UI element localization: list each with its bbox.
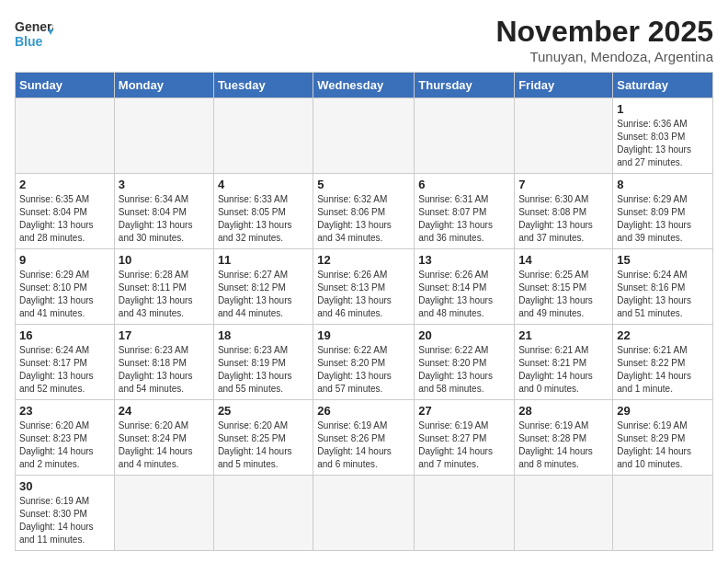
day-info: Sunrise: 6:19 AM Sunset: 8:29 PM Dayligh… (617, 419, 709, 471)
day-info: Sunrise: 6:32 AM Sunset: 8:06 PM Dayligh… (317, 193, 410, 245)
day-number: 5 (317, 178, 410, 191)
calendar-cell: 14Sunrise: 6:25 AM Sunset: 8:15 PM Dayli… (515, 249, 613, 325)
day-info: Sunrise: 6:33 AM Sunset: 8:05 PM Dayligh… (218, 193, 309, 245)
day-info: Sunrise: 6:23 AM Sunset: 8:19 PM Dayligh… (218, 344, 309, 396)
day-info: Sunrise: 6:20 AM Sunset: 8:24 PM Dayligh… (119, 419, 210, 471)
calendar-week-row: 23Sunrise: 6:20 AM Sunset: 8:23 PM Dayli… (16, 400, 713, 476)
calendar-cell: 5Sunrise: 6:32 AM Sunset: 8:06 PM Daylig… (313, 174, 415, 249)
calendar-cell (415, 476, 515, 551)
month-title: November 2025 (495, 15, 713, 49)
day-info: Sunrise: 6:27 AM Sunset: 8:12 PM Dayligh… (218, 269, 309, 320)
day-number: 24 (119, 404, 210, 418)
day-number: 7 (518, 178, 609, 191)
page-header: General Blue November 2025 Tunuyan, Mend… (15, 15, 713, 64)
day-number: 8 (617, 178, 709, 191)
calendar-cell (213, 476, 313, 551)
calendar-cell: 6Sunrise: 6:31 AM Sunset: 8:07 PM Daylig… (415, 174, 515, 249)
calendar-cell (313, 98, 415, 174)
svg-text:Blue: Blue (15, 34, 43, 49)
day-number: 14 (518, 253, 609, 267)
day-info: Sunrise: 6:19 AM Sunset: 8:30 PM Dayligh… (19, 495, 110, 546)
calendar-cell: 11Sunrise: 6:27 AM Sunset: 8:12 PM Dayli… (213, 249, 313, 325)
day-number: 21 (518, 328, 609, 342)
day-info: Sunrise: 6:29 AM Sunset: 8:10 PM Dayligh… (19, 269, 110, 320)
day-number: 1 (617, 102, 709, 116)
day-number: 22 (617, 328, 709, 342)
calendar-week-row: 16Sunrise: 6:24 AM Sunset: 8:17 PM Dayli… (16, 325, 713, 400)
day-info: Sunrise: 6:26 AM Sunset: 8:13 PM Dayligh… (317, 269, 410, 320)
calendar-cell: 4Sunrise: 6:33 AM Sunset: 8:05 PM Daylig… (213, 174, 313, 249)
calendar-cell: 23Sunrise: 6:20 AM Sunset: 8:23 PM Dayli… (16, 400, 115, 476)
weekday-header: Saturday (613, 73, 713, 98)
day-number: 12 (317, 253, 410, 267)
calendar-table: SundayMondayTuesdayWednesdayThursdayFrid… (15, 72, 713, 551)
calendar-cell: 29Sunrise: 6:19 AM Sunset: 8:29 PM Dayli… (613, 400, 713, 476)
day-number: 4 (218, 178, 309, 191)
day-info: Sunrise: 6:19 AM Sunset: 8:26 PM Dayligh… (317, 419, 410, 471)
calendar-cell: 20Sunrise: 6:22 AM Sunset: 8:20 PM Dayli… (415, 325, 515, 400)
day-info: Sunrise: 6:34 AM Sunset: 8:04 PM Dayligh… (119, 193, 210, 245)
day-number: 19 (317, 328, 410, 342)
logo: General Blue (15, 15, 53, 53)
calendar-cell: 19Sunrise: 6:22 AM Sunset: 8:20 PM Dayli… (313, 325, 415, 400)
day-number: 23 (19, 404, 110, 418)
calendar-cell: 24Sunrise: 6:20 AM Sunset: 8:24 PM Dayli… (114, 400, 213, 476)
calendar-cell: 13Sunrise: 6:26 AM Sunset: 8:14 PM Dayli… (415, 249, 515, 325)
calendar-cell: 8Sunrise: 6:29 AM Sunset: 8:09 PM Daylig… (613, 174, 713, 249)
calendar-cell: 17Sunrise: 6:23 AM Sunset: 8:18 PM Dayli… (114, 325, 213, 400)
day-number: 17 (119, 328, 210, 342)
calendar-cell: 21Sunrise: 6:21 AM Sunset: 8:21 PM Dayli… (515, 325, 613, 400)
calendar-cell: 12Sunrise: 6:26 AM Sunset: 8:13 PM Dayli… (313, 249, 415, 325)
calendar-cell: 16Sunrise: 6:24 AM Sunset: 8:17 PM Dayli… (16, 325, 115, 400)
location-subtitle: Tunuyan, Mendoza, Argentina (495, 49, 713, 64)
day-info: Sunrise: 6:22 AM Sunset: 8:20 PM Dayligh… (418, 344, 510, 396)
calendar-cell (213, 98, 313, 174)
calendar-week-row: 1Sunrise: 6:36 AM Sunset: 8:03 PM Daylig… (16, 98, 713, 174)
calendar-week-row: 2Sunrise: 6:35 AM Sunset: 8:04 PM Daylig… (16, 174, 713, 249)
day-number: 27 (418, 404, 510, 418)
day-number: 20 (418, 328, 510, 342)
day-number: 10 (119, 253, 210, 267)
calendar-cell (415, 98, 515, 174)
calendar-cell: 28Sunrise: 6:19 AM Sunset: 8:28 PM Dayli… (515, 400, 613, 476)
day-number: 15 (617, 253, 709, 267)
calendar-cell (16, 98, 115, 174)
weekday-header: Monday (114, 73, 213, 98)
day-info: Sunrise: 6:24 AM Sunset: 8:16 PM Dayligh… (617, 269, 709, 320)
day-info: Sunrise: 6:30 AM Sunset: 8:08 PM Dayligh… (518, 193, 609, 245)
calendar-cell: 1Sunrise: 6:36 AM Sunset: 8:03 PM Daylig… (613, 98, 713, 174)
calendar-cell (313, 476, 415, 551)
calendar-cell: 22Sunrise: 6:21 AM Sunset: 8:22 PM Dayli… (613, 325, 713, 400)
title-area: November 2025 Tunuyan, Mendoza, Argentin… (495, 15, 713, 64)
day-info: Sunrise: 6:26 AM Sunset: 8:14 PM Dayligh… (418, 269, 510, 320)
day-info: Sunrise: 6:20 AM Sunset: 8:25 PM Dayligh… (218, 419, 309, 471)
day-info: Sunrise: 6:25 AM Sunset: 8:15 PM Dayligh… (518, 269, 609, 320)
weekday-header: Wednesday (313, 73, 415, 98)
calendar-cell (613, 476, 713, 551)
day-info: Sunrise: 6:28 AM Sunset: 8:11 PM Dayligh… (119, 269, 210, 320)
day-number: 25 (218, 404, 309, 418)
calendar-cell (515, 476, 613, 551)
weekday-header: Friday (515, 73, 613, 98)
day-number: 28 (518, 404, 609, 418)
calendar-cell: 26Sunrise: 6:19 AM Sunset: 8:26 PM Dayli… (313, 400, 415, 476)
day-number: 13 (418, 253, 510, 267)
calendar-cell: 27Sunrise: 6:19 AM Sunset: 8:27 PM Dayli… (415, 400, 515, 476)
logo-icon: General Blue (15, 15, 53, 53)
day-number: 18 (218, 328, 309, 342)
calendar-cell: 18Sunrise: 6:23 AM Sunset: 8:19 PM Dayli… (213, 325, 313, 400)
day-info: Sunrise: 6:21 AM Sunset: 8:21 PM Dayligh… (518, 344, 609, 396)
day-number: 11 (218, 253, 309, 267)
day-info: Sunrise: 6:22 AM Sunset: 8:20 PM Dayligh… (317, 344, 410, 396)
calendar-cell (114, 98, 213, 174)
day-info: Sunrise: 6:29 AM Sunset: 8:09 PM Dayligh… (617, 193, 709, 245)
calendar-cell: 15Sunrise: 6:24 AM Sunset: 8:16 PM Dayli… (613, 249, 713, 325)
weekday-header: Sunday (16, 73, 115, 98)
day-info: Sunrise: 6:31 AM Sunset: 8:07 PM Dayligh… (418, 193, 510, 245)
calendar-cell: 2Sunrise: 6:35 AM Sunset: 8:04 PM Daylig… (16, 174, 115, 249)
calendar-cell (114, 476, 213, 551)
day-number: 2 (19, 178, 110, 191)
day-number: 29 (617, 404, 709, 418)
day-info: Sunrise: 6:23 AM Sunset: 8:18 PM Dayligh… (119, 344, 210, 396)
day-info: Sunrise: 6:24 AM Sunset: 8:17 PM Dayligh… (19, 344, 110, 396)
